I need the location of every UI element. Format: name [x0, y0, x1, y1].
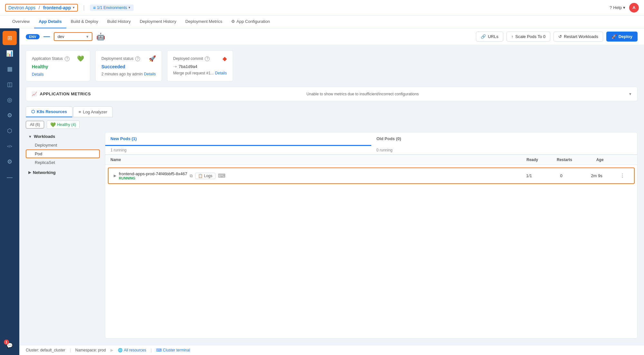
- metrics-title-area: 📈 APPLICATION METRICS: [32, 91, 91, 96]
- cluster-terminal-link[interactable]: ⌨ Cluster terminal: [156, 348, 190, 352]
- nav-tabs: Overview App Details Build & Deploy Buil…: [0, 15, 644, 28]
- sidebar-item-table[interactable]: ▦: [3, 62, 17, 76]
- networking-group-header[interactable]: ▶ Networking: [26, 168, 100, 177]
- breadcrumb-sep: /: [39, 5, 40, 10]
- sidebar-item-security[interactable]: ⬡: [3, 124, 17, 138]
- sidebar-item-apps[interactable]: ⊞: [3, 31, 17, 45]
- metrics-collapse-icon[interactable]: ▾: [629, 91, 631, 96]
- breadcrumb-app[interactable]: Devtron Apps: [8, 5, 35, 10]
- deployed-commit-info-icon[interactable]: ?: [205, 56, 210, 61]
- search-icon: ◎: [7, 96, 12, 103]
- tree-sidebar: ▼ Workloads Deployment Pod ReplicaSet ▶ …: [26, 132, 100, 339]
- sidebar-item-layers[interactable]: ◫: [3, 77, 17, 91]
- tab-deployment-history[interactable]: Deployment History: [135, 15, 181, 28]
- resources-panel: ▼ Workloads Deployment Pod ReplicaSet ▶ …: [19, 132, 644, 345]
- copy-icon[interactable]: ⧉: [190, 173, 193, 178]
- env-selector-label: 1/1 Environments: [97, 5, 127, 10]
- networking-arrow-icon: ▶: [28, 170, 31, 175]
- tab-build-history[interactable]: Build History: [103, 15, 135, 28]
- log-icon: ≡: [79, 110, 81, 114]
- sidebar-item-search[interactable]: ◎: [3, 93, 17, 107]
- rocket-icon: 🚀: [149, 55, 156, 62]
- tree-item-replicaset[interactable]: ReplicaSet: [26, 158, 100, 167]
- tab-k8s-resources[interactable]: ⬡ K8s Resources: [26, 106, 72, 117]
- table-row: ▶ frontend-apps-prod-74f46bbf5-8x467 RUN…: [108, 168, 635, 184]
- all-resources-link[interactable]: 🌐 All resources: [118, 348, 146, 352]
- tree-item-pod[interactable]: Pod: [26, 149, 100, 158]
- scale-pods-button[interactable]: ↑ Scale Pods To 0: [507, 32, 550, 42]
- namespace-label: Namespace: prod: [75, 348, 106, 352]
- app-status-details-link[interactable]: Details: [32, 72, 44, 77]
- user-avatar[interactable]: A: [629, 3, 639, 13]
- robot-icon[interactable]: 🤖: [96, 33, 105, 41]
- new-pods-header[interactable]: New Pods (1): [105, 132, 371, 146]
- topbar-sep: |: [83, 4, 85, 11]
- env-select-chevron-icon[interactable]: ▾: [86, 34, 89, 39]
- deployment-status-title: Deployment status ? 🚀: [101, 55, 156, 62]
- pods-header: New Pods (1) 1 running Old Pods (0) 0 ru…: [105, 132, 637, 155]
- notification-badge: 1: [4, 340, 9, 345]
- deployment-status-info-icon[interactable]: ?: [135, 56, 140, 61]
- bottom-sep-1: |: [70, 348, 71, 352]
- tab-deployment-metrics[interactable]: Deployment Metrics: [181, 15, 227, 28]
- help-chevron-icon: ▾: [623, 5, 625, 10]
- pod-expand-icon[interactable]: ▶: [114, 174, 116, 178]
- env-node-label: ENV: [26, 34, 40, 39]
- urls-button[interactable]: 🔗 URLs: [476, 32, 503, 42]
- heart-icon: 💚: [77, 55, 84, 62]
- env-selector-chevron-icon[interactable]: ▾: [128, 5, 130, 10]
- metrics-header: 📈 APPLICATION METRICS Unable to show met…: [32, 91, 631, 96]
- deployed-commit-title: Deployed commit ? ◆: [173, 55, 227, 62]
- commit-details-link[interactable]: Details: [215, 71, 227, 75]
- config-icon: ⚙: [7, 158, 12, 165]
- filter-all-button[interactable]: All (6): [26, 121, 44, 129]
- deploy-button[interactable]: 🚀 Deploy: [606, 32, 638, 42]
- workloads-arrow-icon: ▼: [28, 135, 32, 139]
- bottom-sep-2: ▶: [110, 348, 113, 352]
- logs-button[interactable]: 📋 Logs: [195, 173, 215, 179]
- breadcrumb-chevron-icon[interactable]: ▾: [73, 5, 75, 10]
- tab-app-details[interactable]: App Details: [34, 15, 66, 28]
- topbar-right: ? Help ▾ A: [610, 3, 639, 13]
- k8s-icon: ⬡: [31, 109, 35, 114]
- commit-arrow-icon: ⇢: [173, 64, 177, 69]
- sidebar-item-settings[interactable]: ⚙: [3, 108, 17, 122]
- gear-icon: ⚙: [231, 19, 235, 24]
- restart-icon: ↺: [558, 34, 562, 39]
- metrics-chart-icon: 📈: [32, 91, 37, 96]
- apps-icon: ⊞: [7, 34, 12, 42]
- filter-healthy-button[interactable]: 💚 Healthy (4): [47, 120, 80, 129]
- old-pods-header[interactable]: Old Pods (0): [371, 132, 637, 146]
- app-status-title: Application Status ? 💚: [32, 55, 84, 62]
- sidebar-item-charts[interactable]: 📊: [3, 46, 17, 61]
- help-button[interactable]: ? Help ▾: [610, 5, 625, 10]
- deployment-status-details-link[interactable]: Details: [144, 72, 156, 76]
- pod-restarts: 0: [545, 173, 577, 178]
- sidebar-item-config[interactable]: ⚙: [3, 155, 17, 169]
- new-pods-column: New Pods (1) 1 running: [105, 132, 371, 155]
- link-icon: 🔗: [481, 34, 486, 39]
- env-selector-badge[interactable]: ≡ 1/1 Environments ▾: [90, 5, 134, 11]
- content-area: ENV dev ▾ 🤖 🔗 URLs ↑ Scale Pods To 0 ↺ R…: [19, 28, 644, 355]
- tab-overview[interactable]: Overview: [8, 15, 34, 28]
- restart-workloads-button[interactable]: ↺ Restart Workloads: [554, 32, 603, 42]
- tab-log-analyzer[interactable]: ≡ Log Analyzer: [73, 106, 113, 117]
- app-status-info-icon[interactable]: ?: [65, 56, 70, 61]
- tab-build-deploy[interactable]: Build & Deploy: [66, 15, 103, 28]
- commit-message: Merge pull request #1... Details: [173, 71, 227, 75]
- k8s-tabs: ⬡ K8s Resources ≡ Log Analyzer: [19, 106, 644, 117]
- pod-name-cell: frontend-apps-prod-74f46bbf5-8x467 RUNNI…: [119, 171, 187, 180]
- deploy-rocket-icon: 🚀: [611, 34, 617, 39]
- topbar: Devtron Apps / frontend-app ▾ | ≡ 1/1 En…: [0, 0, 644, 15]
- workloads-group-header[interactable]: ▼ Workloads: [26, 132, 100, 141]
- tree-item-deployment[interactable]: Deployment: [26, 141, 100, 149]
- terminal-icon[interactable]: ⌨: [218, 173, 225, 179]
- tab-app-configuration[interactable]: ⚙ App Configuration: [227, 15, 274, 28]
- sidebar-item-code[interactable]: </>: [3, 139, 17, 153]
- code-icon: </>: [7, 144, 12, 148]
- sidebar-item-notifications[interactable]: 1 💬: [3, 338, 17, 352]
- breadcrumb-box[interactable]: Devtron Apps / frontend-app ▾: [5, 4, 78, 12]
- pod-more-menu[interactable]: ⋮: [616, 173, 629, 179]
- table-header-restarts: Restarts: [548, 158, 581, 162]
- env-select-box[interactable]: dev ▾: [54, 32, 92, 41]
